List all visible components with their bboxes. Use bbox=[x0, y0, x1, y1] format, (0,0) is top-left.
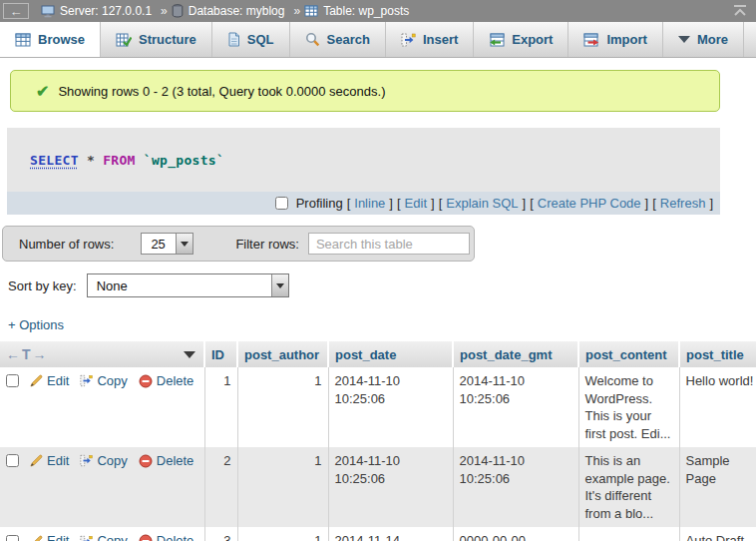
cell-post-date-gmt: 2014-11-10 10:25:06 bbox=[453, 447, 578, 527]
cell-post-date-gmt: 0000-00-00 00:00:00 bbox=[453, 527, 578, 541]
header-row: ←T→ ID post_author post_date post_date_g… bbox=[0, 341, 756, 367]
query-panel: SELECT * FROM `wp_posts` Profiling [ Inl… bbox=[7, 128, 720, 215]
export-icon bbox=[489, 33, 505, 47]
edit-row-link[interactable]: Edit bbox=[47, 452, 69, 470]
sql-star: * bbox=[87, 153, 95, 168]
header-post-date[interactable]: post_date bbox=[328, 341, 453, 367]
tab-insert[interactable]: Insert bbox=[386, 22, 474, 57]
copy-icon bbox=[80, 454, 93, 467]
query-toolbar: Profiling [ Inline ] [ Edit ] [ Explain … bbox=[7, 192, 720, 215]
rows-filter-panel: Number of rows: 25 Filter rows: bbox=[2, 226, 475, 262]
nav-back-button[interactable]: ← bbox=[3, 3, 29, 19]
actions-cell: Edit Copy Delete bbox=[0, 367, 204, 447]
delete-row-link[interactable]: Delete bbox=[157, 532, 194, 541]
tab-search-label: Search bbox=[327, 32, 370, 47]
bracket: [ bbox=[397, 196, 401, 211]
breadcrumb-bar: ← Server: 127.0.0.1 » Database: myblog »… bbox=[0, 0, 756, 22]
bracket: [ bbox=[652, 196, 656, 211]
delete-icon bbox=[139, 374, 153, 388]
cell-post-date: 2014-11-14 06:33:38 bbox=[328, 527, 453, 541]
row-checkbox[interactable] bbox=[6, 374, 19, 387]
select-dropdown-button[interactable] bbox=[271, 274, 288, 296]
header-post-content[interactable]: post_content bbox=[578, 341, 679, 367]
pencil-icon bbox=[30, 535, 43, 541]
breadcrumb-separator: » bbox=[161, 4, 168, 18]
breadcrumb-table-label: Table: wp_posts bbox=[323, 4, 409, 18]
table-row: Edit Copy Delete 2 1 2014-11-10 10:25:06… bbox=[0, 447, 756, 527]
delete-row-link[interactable]: Delete bbox=[157, 372, 194, 390]
cell-post-title: Sample Page bbox=[679, 447, 756, 527]
bracket: ] bbox=[389, 196, 393, 211]
options-toggle-link[interactable]: + Options bbox=[8, 317, 64, 332]
column-reorder-marker[interactable]: ←T→ bbox=[6, 346, 47, 362]
browse-icon bbox=[15, 33, 31, 47]
structure-icon bbox=[116, 33, 132, 47]
sql-keyword-select[interactable]: SELECT bbox=[30, 153, 79, 168]
breadcrumb-database[interactable]: Database: myblog bbox=[172, 4, 285, 18]
bracket: [ bbox=[530, 196, 534, 211]
delete-row-link[interactable]: Delete bbox=[157, 452, 194, 470]
profiling-label: Profiling bbox=[296, 196, 343, 211]
header-post-date-gmt[interactable]: post_date_gmt bbox=[453, 341, 578, 367]
tab-structure-label: Structure bbox=[139, 32, 196, 47]
rows-per-page-select[interactable]: 25 bbox=[141, 233, 193, 255]
tab-sql[interactable]: SQL bbox=[212, 22, 290, 57]
copy-row-link[interactable]: Copy bbox=[97, 532, 127, 541]
sql-spacer bbox=[79, 153, 87, 168]
tab-browse-label: Browse bbox=[38, 32, 85, 47]
breadcrumb-server[interactable]: Server: 127.0.0.1 bbox=[41, 4, 152, 18]
tab-browse[interactable]: Browse bbox=[0, 22, 101, 57]
tab-structure[interactable]: Structure bbox=[101, 22, 212, 57]
header-id[interactable]: ID bbox=[204, 341, 237, 367]
breadcrumb-database-label: Database: myblog bbox=[189, 4, 285, 18]
row-checkbox[interactable] bbox=[6, 535, 19, 541]
select-dropdown-button[interactable] bbox=[176, 234, 192, 254]
sort-by-key-select[interactable]: None bbox=[87, 273, 289, 297]
tab-export-label: Export bbox=[512, 32, 553, 47]
tab-more-label: More bbox=[697, 32, 728, 47]
inline-link[interactable]: Inline bbox=[354, 196, 385, 211]
bracket: ] bbox=[645, 196, 649, 211]
header-post-author[interactable]: post_author bbox=[237, 341, 328, 367]
cell-post-date: 2014-11-10 10:25:06 bbox=[328, 367, 453, 447]
rows-per-page-label: Number of rows: bbox=[19, 237, 114, 252]
actions-cell: Edit Copy Delete bbox=[0, 527, 204, 541]
refresh-link[interactable]: Refresh bbox=[660, 196, 706, 211]
bracket: ] bbox=[709, 196, 713, 211]
table-filter-input[interactable] bbox=[308, 233, 470, 255]
copy-icon bbox=[80, 535, 93, 541]
create-php-code-link[interactable]: Create PHP Code bbox=[538, 196, 641, 211]
profiling-checkbox[interactable] bbox=[275, 197, 288, 210]
breadcrumb-table[interactable]: Table: wp_posts bbox=[304, 4, 409, 18]
tab-export[interactable]: Export bbox=[474, 22, 568, 57]
cell-post-content: Welcome to WordPress. This is your first… bbox=[578, 367, 679, 447]
sort-by-key-row: Sort by key: None bbox=[8, 273, 756, 297]
copy-row-link[interactable]: Copy bbox=[97, 452, 127, 470]
success-check-icon: ✔ bbox=[36, 82, 49, 101]
bracket: ] bbox=[523, 196, 527, 211]
status-message-text: Showing rows 0 - 2 (3 total, Query took … bbox=[58, 84, 385, 99]
chevron-down-icon bbox=[276, 283, 284, 288]
sql-query-box: SELECT * FROM `wp_posts` bbox=[7, 128, 720, 192]
edit-row-link[interactable]: Edit bbox=[47, 532, 69, 541]
tab-search[interactable]: Search bbox=[290, 22, 386, 57]
row-checkbox[interactable] bbox=[6, 454, 19, 467]
pencil-icon bbox=[30, 454, 43, 467]
edit-query-link[interactable]: Edit bbox=[405, 196, 427, 211]
cell-id: 2 bbox=[204, 447, 237, 527]
cell-post-content: This is an example page. It's different … bbox=[578, 447, 679, 527]
tab-import[interactable]: Import bbox=[568, 22, 662, 57]
search-icon bbox=[305, 32, 320, 47]
sort-triangle-icon[interactable] bbox=[184, 351, 195, 358]
collapse-panel-icon[interactable] bbox=[732, 4, 748, 17]
cell-id: 1 bbox=[204, 367, 237, 447]
explain-sql-link[interactable]: Explain SQL bbox=[446, 196, 518, 211]
bracket: [ bbox=[347, 196, 351, 211]
header-post-title[interactable]: post_title bbox=[679, 341, 756, 367]
filter-rows-label: Filter rows: bbox=[235, 237, 299, 252]
edit-row-link[interactable]: Edit bbox=[47, 372, 69, 390]
table-tabs: Browse Structure SQL Search Insert Expor… bbox=[0, 22, 756, 58]
copy-row-link[interactable]: Copy bbox=[97, 372, 127, 390]
rows-per-page-value: 25 bbox=[142, 237, 174, 252]
tab-more[interactable]: More bbox=[663, 22, 744, 57]
